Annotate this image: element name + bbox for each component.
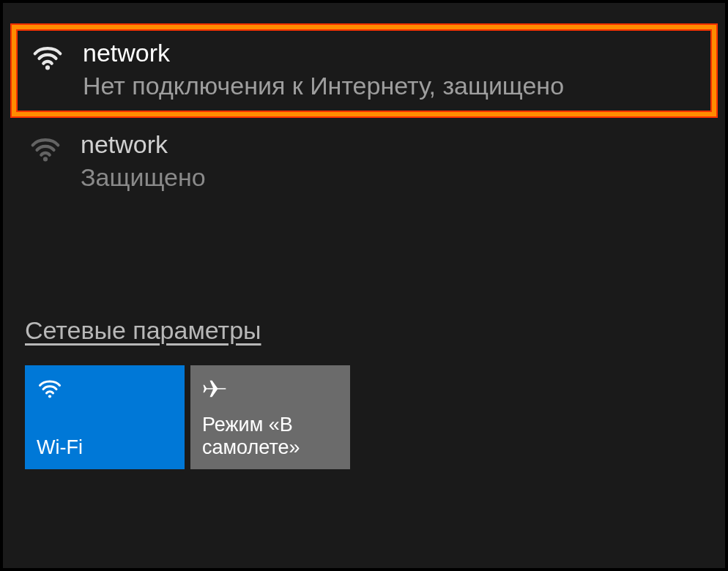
network-status: Защищено (81, 161, 206, 193)
airplane-icon (202, 376, 229, 402)
quick-action-tiles: Wi-Fi Режим «В самолете» (25, 365, 703, 469)
airplane-mode-tile[interactable]: Режим «В самолете» (190, 365, 350, 469)
tile-label: Режим «В самолете» (202, 414, 338, 459)
wifi-icon (37, 376, 63, 402)
wifi-icon (31, 41, 64, 75)
svg-point-0 (45, 65, 50, 70)
network-list: network Нет подключения к Интернету, защ… (3, 25, 725, 206)
network-item[interactable]: network Защищено (3, 116, 725, 206)
svg-point-1 (43, 157, 48, 161)
network-name: network (81, 130, 206, 160)
network-flyout-panel: network Нет подключения к Интернету, защ… (0, 0, 728, 571)
network-name: network (83, 38, 564, 68)
wifi-icon (29, 133, 62, 166)
network-settings-link[interactable]: Сетевые параметры (25, 316, 261, 345)
network-info: network Защищено (81, 130, 206, 193)
network-info: network Нет подключения к Интернету, защ… (83, 38, 564, 102)
spacer (3, 206, 725, 316)
tile-label: Wi-Fi (37, 436, 173, 459)
network-status: Нет подключения к Интернету, защищено (83, 70, 564, 102)
network-item-selected[interactable]: network Нет подключения к Интернету, защ… (12, 25, 716, 116)
wifi-tile[interactable]: Wi-Fi (25, 365, 185, 469)
svg-point-2 (48, 395, 51, 398)
settings-section: Сетевые параметры Wi-Fi (3, 316, 725, 469)
